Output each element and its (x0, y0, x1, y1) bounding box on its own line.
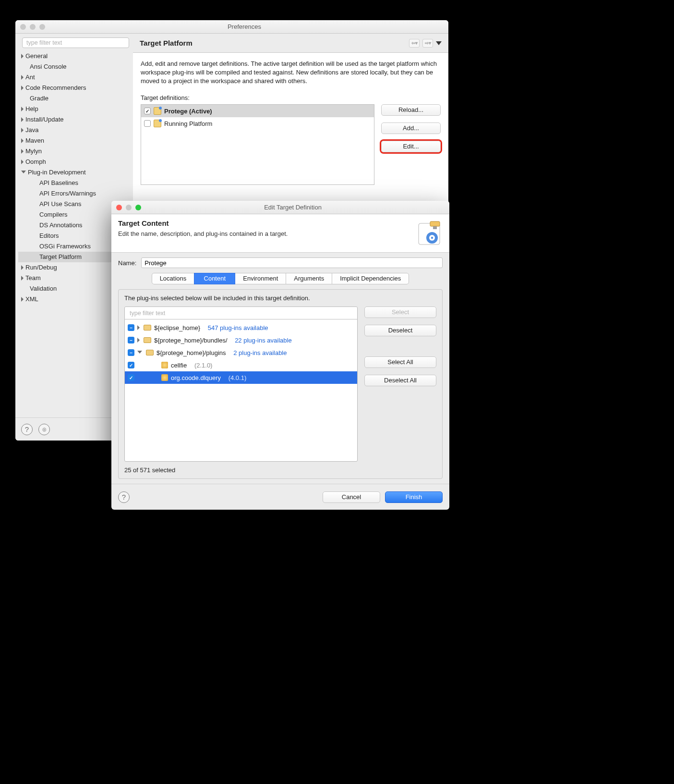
target-icon (154, 107, 161, 115)
tree-item-coderec[interactable]: Code Recommenders (25, 83, 86, 93)
select-button[interactable]: Select (364, 306, 436, 318)
minimize-icon[interactable] (126, 205, 132, 210)
folder-icon (146, 350, 154, 355)
target-def-running-platform[interactable]: Running Platform (141, 117, 374, 130)
tab-implicit[interactable]: Implicit Dependencies (332, 273, 409, 284)
tree-item-api-baselines[interactable]: API Baselines (39, 178, 78, 188)
help-button[interactable]: ? (21, 424, 33, 435)
plugin-icon (161, 362, 168, 368)
tree-item-install[interactable]: Install/Update (25, 114, 64, 125)
add-button[interactable]: Add... (381, 122, 441, 134)
disclosure-icon[interactable] (137, 338, 140, 343)
svg-point-3 (431, 236, 433, 238)
reload-button[interactable]: Reload... (381, 104, 441, 116)
tab-environment[interactable]: Environment (235, 273, 286, 284)
zoom-icon[interactable] (135, 205, 141, 210)
deselect-all-button[interactable]: Deselect All (364, 375, 436, 386)
svg-rect-5 (433, 226, 437, 229)
tree-item-pde[interactable]: Plug-in Development (28, 167, 86, 178)
active-target-checkbox[interactable] (144, 108, 151, 114)
location-eclipse-home[interactable]: ${eclipse_home} 547 plug-ins available (125, 321, 357, 334)
target-definition-icon (416, 220, 443, 247)
nav-back-button[interactable]: ⇦▾ (409, 39, 420, 48)
tree-item-osgi[interactable]: OSGi Frameworks (39, 241, 91, 252)
plugin-dlquery[interactable]: org.coode.dlquery (4.0.1) (125, 371, 357, 384)
tree-item-api-use[interactable]: API Use Scans (39, 199, 81, 209)
window-controls[interactable] (116, 205, 141, 210)
tabs: Locations Content Environment Arguments … (118, 273, 443, 284)
tree-item-ds[interactable]: DS Annotations (39, 220, 83, 231)
tristate-checkbox[interactable] (128, 324, 134, 331)
help-button[interactable]: ? (118, 491, 130, 503)
location-protege-bundles[interactable]: ${protege_home}/bundles/ 22 plug-ins ava… (125, 334, 357, 346)
page-description: Add, edit and remove target definitions.… (141, 60, 441, 86)
tree-item-java[interactable]: Java (25, 125, 38, 135)
content-tab-panel: The plug-ins selected below will be incl… (118, 289, 443, 479)
target-icon (154, 120, 161, 127)
plugin-cellfie[interactable]: cellfie (2.1.0) (125, 359, 357, 371)
edit-dialog-titlebar[interactable]: Edit Target Definition (111, 201, 449, 214)
location-protege-plugins[interactable]: ${protege_home}/plugins 2 plug-ins avail… (125, 346, 357, 359)
tree-item-oomph[interactable]: Oomph (25, 157, 46, 167)
tree-item-ansi[interactable]: Ansi Console (30, 61, 67, 72)
tree-item-gradle[interactable]: Gradle (30, 93, 48, 104)
tristate-checkbox[interactable] (128, 337, 134, 343)
tab-content[interactable]: Content (194, 273, 235, 284)
disclosure-icon[interactable] (137, 325, 140, 330)
banner-title: Target Content (118, 219, 411, 227)
plugin-list[interactable]: ${eclipse_home} 547 plug-ins available $… (124, 306, 358, 462)
tree-item-editors[interactable]: Editors (39, 231, 59, 241)
disclosure-icon[interactable] (137, 351, 142, 356)
window-controls[interactable] (20, 24, 45, 30)
plugin-icon (161, 374, 168, 381)
preferences-title: Preferences (45, 23, 444, 30)
tree-item-compilers[interactable]: Compilers (39, 209, 68, 220)
target-definitions-list[interactable]: Protege (Active) Running Platform (141, 104, 374, 185)
plugin-checkbox[interactable] (128, 362, 134, 368)
zoom-icon[interactable] (39, 24, 45, 30)
name-input[interactable] (141, 257, 443, 268)
nav-forward-button[interactable]: ⇨▾ (422, 39, 433, 48)
edit-button[interactable]: Edit... (381, 141, 441, 152)
close-icon[interactable] (116, 205, 122, 210)
tree-item-target-platform[interactable]: Target Platform (39, 252, 82, 262)
folder-icon (144, 337, 151, 343)
wizard-banner: Target Content Edit the name, descriptio… (111, 214, 449, 253)
tree-item-api-errors[interactable]: API Errors/Warnings (39, 188, 96, 199)
close-icon[interactable] (20, 24, 26, 30)
tree-item-rundebug[interactable]: Run/Debug (25, 262, 57, 273)
tree-item-mylyn[interactable]: Mylyn (25, 146, 42, 157)
content-hint: The plug-ins selected below will be incl… (124, 294, 436, 302)
selection-count: 25 of 571 selected (124, 466, 436, 474)
deselect-button[interactable]: Deselect (364, 325, 436, 336)
minimize-icon[interactable] (30, 24, 36, 30)
view-menu-icon[interactable] (436, 41, 442, 45)
finish-button[interactable]: Finish (385, 491, 443, 503)
import-export-button[interactable]: ◎ (38, 424, 50, 435)
active-target-checkbox[interactable] (144, 120, 151, 127)
folder-icon (144, 325, 151, 331)
cancel-button[interactable]: Cancel (323, 491, 380, 503)
tree-item-xml[interactable]: XML (25, 294, 38, 305)
plugin-checkbox[interactable] (128, 374, 134, 381)
tab-locations[interactable]: Locations (152, 273, 195, 284)
preferences-titlebar[interactable]: Preferences (15, 20, 448, 34)
tree-item-general[interactable]: General (25, 51, 48, 61)
edit-dialog-title: Edit Target Definition (141, 204, 445, 211)
plugin-filter-input[interactable] (125, 307, 357, 319)
tree-item-validation[interactable]: Validation (30, 283, 57, 294)
name-label: Name: (118, 259, 136, 267)
sidebar-filter-input[interactable] (22, 37, 129, 48)
edit-target-dialog: Edit Target Definition Target Content Ed… (111, 201, 449, 510)
tree-item-ant[interactable]: Ant (25, 72, 35, 83)
select-all-button[interactable]: Select All (364, 356, 436, 368)
tree-item-help[interactable]: Help (25, 104, 38, 114)
svg-rect-4 (430, 221, 440, 226)
tab-arguments[interactable]: Arguments (286, 273, 332, 284)
tree-item-team[interactable]: Team (25, 273, 41, 283)
tristate-checkbox[interactable] (128, 349, 134, 356)
page-title: Target Platform (140, 39, 193, 47)
tree-item-maven[interactable]: Maven (25, 135, 44, 146)
banner-subtitle: Edit the name, description, and plug-ins… (118, 230, 411, 237)
target-def-protege[interactable]: Protege (Active) (141, 105, 374, 117)
